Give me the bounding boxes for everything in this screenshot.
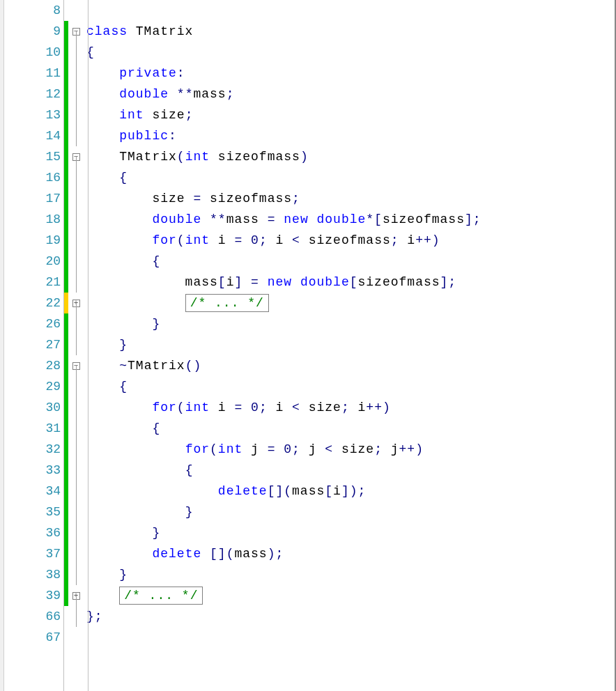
code-line[interactable]: int size;: [86, 104, 616, 125]
fold-cell: [68, 376, 84, 397]
code-token: j: [251, 442, 268, 456]
code-token: [86, 359, 119, 373]
code-area[interactable]: class TMatrix{ private: double **mass; i…: [84, 0, 616, 691]
code-token: [: [325, 484, 333, 498]
code-line[interactable]: for(int i = 0; i < size; i++): [86, 397, 616, 418]
code-line[interactable]: delete[](mass[i]);: [86, 481, 616, 502]
code-token: [86, 380, 119, 394]
code-line[interactable]: }: [86, 502, 616, 522]
fold-guide-line: [76, 63, 77, 84]
code-token: *[: [366, 212, 383, 226]
code-line[interactable]: /* ... */: [86, 293, 616, 313]
code-line[interactable]: TMatrix(int sizeofmass): [86, 146, 616, 167]
code-token: ;: [292, 442, 309, 456]
collapsed-region-box[interactable]: /* ... */: [185, 294, 269, 312]
code-line[interactable]: for(int i = 0; i < sizeofmass; i++): [86, 230, 616, 251]
fold-cell: [68, 564, 84, 585]
fold-cell: [68, 272, 84, 293]
code-token: ;: [374, 442, 391, 456]
code-token: i: [218, 233, 235, 247]
fold-cell: [68, 230, 84, 251]
code-token: i: [333, 484, 341, 498]
code-line[interactable]: }: [86, 313, 616, 334]
code-token: size: [86, 192, 193, 205]
code-line[interactable]: }: [86, 334, 616, 355]
code-line[interactable]: [86, 627, 616, 648]
code-line[interactable]: size = sizeofmass;: [86, 188, 616, 209]
line-number: 14: [4, 125, 61, 146]
code-token: private: [119, 66, 177, 80]
fold-cell: −: [68, 355, 84, 376]
code-line[interactable]: for(int j = 0; j < size; j++): [86, 439, 616, 460]
code-token: delete: [152, 547, 210, 561]
code-token: mass: [193, 87, 226, 101]
code-token: mass: [226, 212, 268, 226]
line-number: 10: [4, 42, 61, 63]
code-line[interactable]: {: [86, 460, 616, 481]
code-token: ]);: [341, 484, 366, 498]
code-token: TMatrix: [128, 359, 185, 373]
code-token: **: [177, 87, 194, 101]
code-line[interactable]: {: [86, 418, 616, 439]
fold-guide-line: [76, 303, 77, 313]
fold-guide-line: [76, 606, 77, 627]
fold-guide-line: [76, 543, 77, 564]
code-token: delete: [218, 484, 268, 498]
code-token: :: [177, 66, 185, 80]
line-number: 33: [4, 460, 61, 481]
code-token: sizeofmass: [358, 275, 440, 289]
line-number: 8: [4, 0, 61, 21]
code-token: }: [185, 505, 194, 519]
code-line[interactable]: ~TMatrix(): [86, 355, 616, 376]
line-number: 27: [4, 334, 61, 355]
code-line[interactable]: /* ... */: [86, 585, 616, 606]
code-token: size: [309, 401, 341, 414]
indent-guide: [88, 0, 88, 691]
collapsed-region-box[interactable]: /* ... */: [119, 587, 203, 605]
code-line[interactable]: };: [86, 606, 616, 627]
code-line[interactable]: }: [86, 522, 616, 543]
code-token: ] =: [234, 275, 267, 289]
fold-guide-line: [76, 188, 77, 209]
code-line[interactable]: delete [](mass);: [86, 543, 616, 564]
code-token: mass: [86, 275, 218, 289]
code-token: [86, 87, 119, 101]
code-token: int: [119, 108, 152, 122]
code-token: size: [341, 442, 374, 456]
line-number: 31: [4, 418, 61, 439]
code-token: [86, 66, 119, 80]
code-line[interactable]: }: [86, 564, 616, 585]
code-line[interactable]: double **mass = new double*[sizeofmass];: [86, 209, 616, 230]
fold-guide-line: [76, 157, 77, 167]
code-token: [86, 526, 152, 540]
code-line[interactable]: public:: [86, 125, 616, 146]
code-token: ++): [399, 442, 424, 456]
code-token: [86, 505, 185, 519]
code-line[interactable]: {: [86, 251, 616, 272]
code-token: (: [210, 442, 218, 456]
fold-guide-line: [76, 209, 77, 230]
code-line[interactable]: {: [86, 167, 616, 188]
line-number: 26: [4, 313, 61, 334]
code-line[interactable]: {: [86, 376, 616, 397]
code-line[interactable]: class TMatrix: [86, 21, 616, 42]
line-number: 13: [4, 104, 61, 125]
code-line[interactable]: {: [86, 42, 616, 63]
code-token: =: [234, 233, 251, 247]
code-line[interactable]: double **mass;: [86, 84, 616, 104]
fold-guide-line: [76, 31, 77, 42]
code-token: int: [185, 233, 218, 247]
fold-cell: [68, 125, 84, 146]
code-line[interactable]: mass[i] = new double[sizeofmass];: [86, 272, 616, 293]
line-number: 18: [4, 209, 61, 230]
fold-guide-line: [76, 596, 77, 606]
fold-cell: [68, 439, 84, 460]
code-token: i: [358, 401, 367, 414]
code-line[interactable]: private:: [86, 63, 616, 84]
fold-cell: [68, 167, 84, 188]
code-token: [](: [268, 484, 292, 498]
fold-guide-line: [76, 376, 77, 397]
line-number: 21: [4, 272, 61, 293]
code-line[interactable]: [86, 0, 616, 21]
code-token: [86, 589, 119, 603]
